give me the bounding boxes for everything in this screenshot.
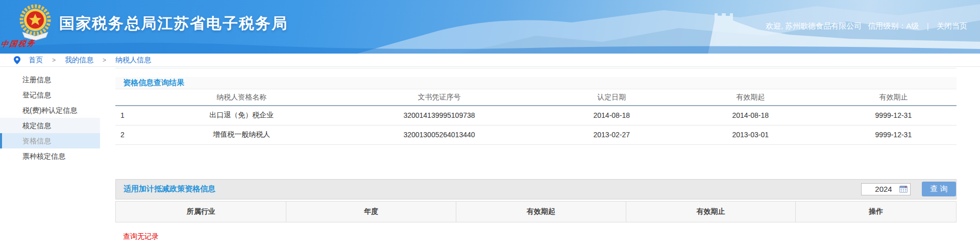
- policy-table: 所属行业 年度 有效期起 有效期止 操作: [115, 201, 957, 222]
- breadcrumb: 首页 > 我的信息 > 纳税人信息: [0, 54, 980, 67]
- location-pin-icon: [14, 56, 20, 64]
- cell-qualification-name: 出口退（免）税企业: [157, 106, 326, 125]
- breadcrumb-separator: >: [103, 57, 106, 64]
- cell-valid-to: 9999-12-31: [830, 125, 957, 144]
- query-button[interactable]: 查 询: [922, 182, 956, 196]
- year-input[interactable]: [869, 185, 898, 193]
- breadcrumb-separator: >: [52, 57, 56, 64]
- col-index: [115, 89, 157, 106]
- sidebar-item-tax-type-info[interactable]: 税(费)种认定信息: [0, 103, 100, 118]
- col-industry: 所属行业: [116, 201, 286, 222]
- site-title: 国家税务总局江苏省电子税务局: [59, 13, 288, 34]
- sidebar-item-invoice-type-info[interactable]: 票种核定信息: [0, 148, 100, 164]
- cell-valid-from: 2013-03-01: [671, 125, 830, 144]
- divider: ｜: [924, 21, 932, 31]
- credit-level-text: 信用级别：A级: [868, 21, 919, 31]
- col-year: 年度: [286, 201, 456, 222]
- cell-document-number: 320013005264013440: [326, 125, 553, 144]
- col-valid-from: 有效期起: [456, 201, 626, 222]
- col-qualification-name: 纳税人资格名称: [157, 89, 326, 106]
- breadcrumb-taxpayer-info[interactable]: 纳税人信息: [115, 56, 151, 65]
- welcome-text: 欢迎, 苏州歌德食品有限公司: [766, 21, 862, 31]
- policy-table-header-row: 所属行业 年度 有效期起 有效期止 操作: [116, 201, 957, 222]
- year-input-box: [861, 183, 911, 195]
- close-page-link[interactable]: 关闭当页: [937, 21, 967, 31]
- cell-document-number: 320014139995109738: [326, 106, 553, 125]
- col-valid-from: 有效期起: [671, 89, 830, 106]
- col-confirm-date: 认定日期: [553, 89, 671, 106]
- calendar-icon[interactable]: [899, 185, 908, 193]
- sidebar-item-qualification-info[interactable]: 资格信息: [0, 133, 100, 148]
- cell-valid-from: 2014-08-18: [671, 106, 830, 125]
- banner-user-bar: 欢迎, 苏州歌德食品有限公司 信用级别：A级 ｜ 关闭当页: [766, 21, 967, 31]
- cell-confirm-date: 2014-08-18: [553, 106, 671, 125]
- top-banner: 中国税务 国家税务总局江苏省电子税务局 欢迎, 苏州歌德食品有限公司 信用级别：…: [0, 0, 980, 54]
- table-row: 2 增值税一般纳税人 320013005264013440 2013-02-27…: [115, 125, 957, 144]
- logo-caption: 中国税务: [0, 38, 47, 49]
- qualification-section-header: 资格信息查询结果: [115, 77, 957, 89]
- qualification-section-title: 资格信息查询结果: [123, 78, 184, 88]
- col-valid-to: 有效期止: [830, 89, 957, 106]
- empty-result-message: 查询无记录: [115, 232, 957, 241]
- qualification-table-header-row: 纳税人资格名称 文书凭证序号 认定日期 有效期起 有效期止: [115, 89, 957, 106]
- sidebar-item-verification-info[interactable]: 核定信息: [0, 118, 100, 133]
- cell-qualification-name: 增值税一般纳税人: [157, 125, 326, 144]
- table-row: 1 出口退（免）税企业 320014139995109738 2014-08-1…: [115, 106, 957, 125]
- breadcrumb-home[interactable]: 首页: [29, 56, 43, 65]
- qualification-table: 纳税人资格名称 文书凭证序号 认定日期 有效期起 有效期止 1 出口退（免）税企…: [115, 89, 957, 145]
- breadcrumb-my-info[interactable]: 我的信息: [65, 56, 93, 65]
- sidebar: 注册信息 登记信息 税(费)种认定信息 核定信息 资格信息 票种核定信息: [0, 67, 100, 251]
- col-valid-to: 有效期止: [626, 201, 796, 222]
- policy-section-header: 适用加计抵减政策资格信息 查 询: [115, 179, 957, 199]
- sidebar-item-register-info[interactable]: 注册信息: [0, 72, 100, 87]
- cell-index: 1: [115, 106, 157, 125]
- cell-valid-to: 9999-12-31: [830, 106, 957, 125]
- sidebar-item-registration-info[interactable]: 登记信息: [0, 87, 100, 103]
- col-operation: 操作: [796, 201, 957, 222]
- cell-confirm-date: 2013-02-27: [553, 125, 671, 144]
- policy-section-title: 适用加计抵减政策资格信息: [124, 184, 215, 194]
- main-content: 资格信息查询结果 纳税人资格名称 文书凭证序号 认定日期 有效期起 有效期止: [115, 68, 957, 241]
- col-document-number: 文书凭证序号: [326, 89, 553, 106]
- cell-index: 2: [115, 125, 157, 144]
